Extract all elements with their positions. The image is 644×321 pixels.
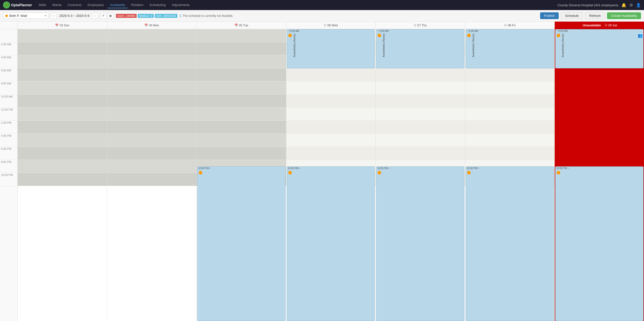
- hour-cell: [555, 108, 644, 121]
- hour-cell: [465, 121, 554, 134]
- shift-time-label: ~ 6:00 AM: [287, 29, 375, 33]
- prev-week-button[interactable]: ‹: [51, 13, 57, 19]
- checkbox-icon-thu: ☑: [414, 24, 416, 27]
- shift-label: Anaesthetics (Nurse): [471, 33, 475, 58]
- top-navigation: 🌿 OptaPlanner Skills Wards Contracts Emp…: [0, 0, 644, 10]
- shift-block-wed-bottom[interactable]: 10:00 PM ~: [287, 166, 375, 321]
- shift-indicator-dot: [467, 34, 471, 37]
- shift-indicator-dot: [467, 171, 471, 174]
- hour-cell: [286, 121, 376, 134]
- hour-cell: [107, 55, 196, 68]
- hour-cell: [107, 68, 196, 81]
- hour-cell: [197, 147, 286, 160]
- hour-cell: [465, 134, 554, 147]
- hour-cell: [286, 95, 376, 108]
- hour-cell: [18, 42, 107, 55]
- shift-label: Anaesthetics (Nurse): [293, 33, 296, 58]
- shift-indicator-dot: [378, 171, 381, 174]
- hour-cell: [376, 108, 465, 121]
- calendar-icon-mon: 📅: [144, 24, 148, 27]
- day-col-sat: Unavailable ☑ 09 Sat: [555, 22, 644, 321]
- shift-label: Anaesthetics (Nurse): [382, 33, 386, 58]
- hour-cell: [18, 68, 107, 81]
- checkbox-icon-sat: ☑: [605, 24, 607, 27]
- info-icon: ℹ: [180, 14, 181, 18]
- nav-rotation[interactable]: Rotation: [129, 2, 146, 8]
- shift-block-thu-bottom[interactable]: 10:00 PM ~: [376, 166, 464, 321]
- bell-icon[interactable]: 🔔: [621, 3, 626, 8]
- time-label-6pm: 6:00 PM: [0, 147, 17, 160]
- shift-indicator-dot: [288, 171, 292, 174]
- hour-cell: [18, 95, 107, 108]
- publish-button[interactable]: Publish: [540, 12, 559, 19]
- app-name: OptaPlanner: [11, 3, 32, 7]
- shift-indicator-dot: [288, 34, 292, 37]
- next-week-button[interactable]: ›: [92, 13, 98, 19]
- calendar-view-button[interactable]: ▦: [107, 13, 113, 19]
- time-label-4am: 4:00 AM: [0, 55, 17, 68]
- shift-block-sat-top[interactable]: ~ 6:00 AM Anaesthetics (Nurse) 👥: [555, 29, 643, 68]
- nav-skills[interactable]: Skills: [36, 2, 49, 8]
- hour-cell: [18, 29, 107, 42]
- hour-cell: [465, 81, 554, 95]
- shift-block-tue-bottom[interactable]: 10:00 PM ~: [197, 166, 286, 321]
- gear-icon[interactable]: ⚙: [629, 3, 633, 8]
- hour-cell: [286, 108, 376, 121]
- employee-selector[interactable]: Beth P. Watt ▾: [3, 13, 48, 19]
- day-body-sat: ~ 6:00 AM Anaesthetics (Nurse) 👥 10:00 P…: [555, 29, 644, 321]
- hour-cell: [197, 121, 286, 134]
- hour-cell: [107, 160, 196, 173]
- hour-cell: [555, 134, 644, 147]
- nav-wards[interactable]: Wards: [50, 2, 64, 8]
- logo-icon: 🌿: [3, 2, 10, 9]
- day-slots-sun: [18, 29, 107, 186]
- hour-cell: [555, 147, 644, 160]
- hour-cell: [376, 68, 465, 81]
- hour-cell: [197, 29, 286, 42]
- hour-cell: [286, 134, 376, 147]
- employee-status-dot: [5, 15, 8, 17]
- refresh-button[interactable]: Refresh: [585, 12, 605, 19]
- shift-block-thu-top[interactable]: ~ 6:00 AM Anaesthetics (Nurse): [376, 29, 464, 68]
- shift-time-label: 10:00 PM ~: [197, 167, 285, 170]
- shift-time-label: 10:00 PM ~: [555, 167, 643, 170]
- shift-time-label: 10:00 PM ~: [376, 167, 464, 170]
- time-label-10am: 10:00 AM: [0, 95, 17, 108]
- hour-cell: [376, 121, 465, 134]
- time-label-12pm: 12:00 PM: [0, 108, 17, 121]
- sub-bar: Beth P. Watt ▾ ‹ 2020-5-3 ~ 2020-5-9 › ↺…: [0, 10, 644, 22]
- schedule-button[interactable]: Schedule: [561, 12, 583, 19]
- score-badges: Hard: -144000 Medium: 0 Soft: -28820318: [116, 14, 177, 18]
- create-availability-button[interactable]: Create Availability: [607, 12, 641, 19]
- shift-block-sat-bottom[interactable]: 10:00 PM ~: [555, 166, 643, 321]
- nav-employees[interactable]: Employees: [85, 2, 106, 8]
- hour-cell: [555, 68, 644, 81]
- user-icon[interactable]: 👤: [636, 3, 641, 8]
- hospital-name[interactable]: County General Hospital (441 employees): [557, 3, 618, 7]
- day-header-fri: ☑ 08 Fri: [465, 22, 554, 29]
- soft-score-badge: Soft: -28820318: [155, 14, 177, 18]
- nav-scheduling[interactable]: Scheduling: [147, 2, 168, 8]
- hour-cell: [555, 81, 644, 95]
- hour-cell: [107, 42, 196, 55]
- hour-cell: [197, 55, 286, 68]
- nav-availability[interactable]: Availability: [107, 2, 128, 8]
- shift-indicator-dot: [378, 34, 381, 37]
- nav-contracts[interactable]: Contracts: [65, 2, 84, 8]
- nav-adjustments[interactable]: Adjustments: [169, 2, 192, 8]
- day-header-sat: Unavailable ☑ 09 Sat: [555, 22, 644, 29]
- time-slots: 2:00 AM 4:00 AM 6:00 AM 8:00 AM 10:00 AM…: [0, 29, 17, 186]
- shift-block-fri-top[interactable]: ~ 6:00 AM Anaesthetics (Nurse): [466, 29, 554, 68]
- shift-block-fri-bottom[interactable]: 10:00 PM ~: [466, 166, 554, 321]
- reset-date-button[interactable]: ↺: [100, 13, 106, 19]
- hour-cell: [555, 95, 644, 108]
- day-label-wed: 06 Wed: [327, 24, 338, 27]
- shift-block-wed-top[interactable]: ~ 6:00 AM Anaesthetics (Nurse): [287, 29, 375, 68]
- day-label-fri: 08 Fri: [508, 24, 515, 27]
- hour-cell: [18, 160, 107, 173]
- nav-items: Skills Wards Contracts Employees Availab…: [36, 2, 192, 8]
- day-col-sun: 📅 03 Sun: [18, 22, 107, 321]
- shift-time-label: ~ 6:00 AM: [376, 29, 464, 33]
- schedule-status: ℹ The schedule is currently not feasible…: [180, 14, 233, 18]
- hour-cell: [286, 81, 376, 95]
